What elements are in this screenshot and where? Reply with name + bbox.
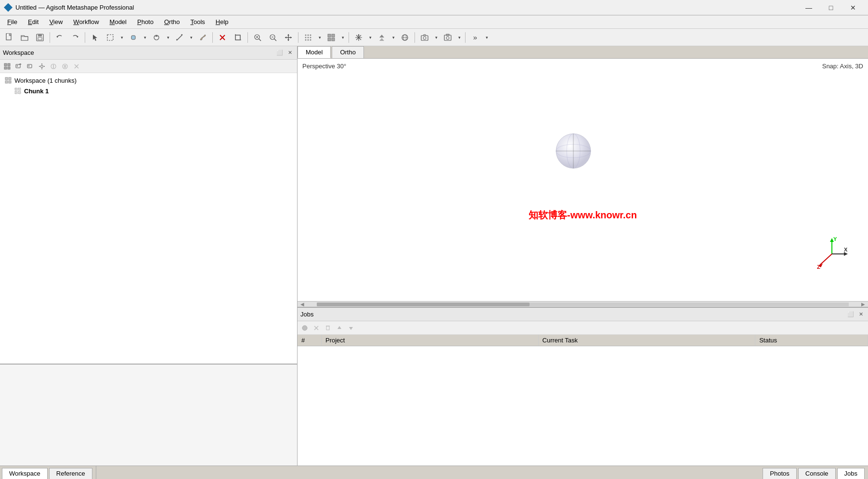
menu-view[interactable]: View: [44, 16, 68, 27]
menu-workflow[interactable]: Workflow: [68, 16, 104, 27]
toolbar: ▾ ▾ ▾ ▾ ▾: [0, 29, 868, 46]
photo-button[interactable]: [440, 31, 455, 44]
viewport-scrollbar[interactable]: ◀ ▶: [298, 301, 868, 307]
scrollbar-track[interactable]: [317, 303, 849, 306]
svg-marker-27: [287, 39, 289, 41]
crop-button[interactable]: [231, 31, 245, 44]
chunk-item[interactable]: Chunk 1: [0, 86, 297, 96]
rect-select-button[interactable]: [103, 31, 117, 44]
grid-view-dropdown[interactable]: ▾: [339, 31, 346, 44]
zoom-fit-button[interactable]: [250, 31, 265, 44]
svg-rect-77: [5, 81, 8, 83]
app-icon: [4, 3, 13, 12]
new-button[interactable]: [2, 31, 16, 44]
rotate-dropdown[interactable]: ▾: [165, 31, 171, 44]
open-button[interactable]: [17, 31, 32, 44]
workspace-header: Workspace ⬜ ✕: [0, 46, 297, 60]
ws-delete-button[interactable]: [71, 61, 82, 72]
select-pointer-button[interactable]: [88, 31, 102, 44]
chunk-icon: [13, 87, 22, 95]
svg-rect-8: [131, 36, 135, 39]
ws-settings-button[interactable]: [37, 61, 47, 72]
svg-marker-29: [290, 37, 292, 38]
pan-button[interactable]: [281, 31, 296, 44]
camera-view-button[interactable]: [417, 31, 432, 44]
maximize-button[interactable]: □: [820, 0, 842, 15]
svg-rect-66: [39, 66, 40, 67]
ws-add-photos-button[interactable]: [13, 61, 24, 72]
menu-photo[interactable]: Photo: [132, 16, 159, 27]
menu-file[interactable]: File: [2, 16, 23, 27]
tab-jobs[interactable]: Jobs: [837, 468, 865, 479]
jobs-close-button[interactable]: ✕: [856, 310, 865, 319]
tab-photos[interactable]: Photos: [763, 468, 796, 479]
zoom-out-button[interactable]: [266, 31, 280, 44]
transform-up-button[interactable]: [375, 31, 389, 44]
workspace-root-item[interactable]: Workspace (1 chunks): [0, 75, 297, 86]
menu-tools[interactable]: Tools: [185, 16, 210, 27]
jobs-delete-button[interactable]: [323, 323, 333, 333]
region-move-dropdown[interactable]: ▾: [367, 31, 374, 44]
more-button[interactable]: »: [468, 31, 482, 44]
tab-workspace[interactable]: Workspace: [2, 468, 48, 479]
camera-dropdown[interactable]: ▾: [433, 31, 440, 44]
menu-edit[interactable]: Edit: [23, 16, 44, 27]
toolbar-separator-6: [349, 32, 349, 43]
svg-point-37: [308, 39, 309, 40]
svg-marker-26: [287, 34, 289, 36]
redo-button[interactable]: [68, 31, 82, 44]
svg-line-11: [177, 35, 182, 40]
photo-dropdown[interactable]: ▾: [456, 31, 463, 44]
workspace-close-button[interactable]: ✕: [285, 49, 294, 57]
jobs-cancel-button[interactable]: [311, 323, 322, 333]
viewport[interactable]: Perspective 30° Snap: Axis, 3D 知软博客-www.…: [298, 59, 868, 301]
region-move-button[interactable]: [351, 31, 366, 44]
tab-model[interactable]: Model: [298, 46, 331, 58]
transform-dropdown[interactable]: ▾: [390, 31, 397, 44]
close-button[interactable]: ✕: [842, 0, 864, 15]
move-button[interactable]: [126, 31, 141, 44]
menu-help[interactable]: Help: [210, 16, 234, 27]
minimize-button[interactable]: —: [798, 0, 820, 15]
svg-marker-102: [337, 326, 341, 329]
move-dropdown[interactable]: ▾: [142, 31, 148, 44]
svg-point-34: [308, 37, 309, 38]
jobs-up-button[interactable]: [334, 323, 345, 333]
cancel-button[interactable]: [215, 31, 230, 44]
point-view-dropdown[interactable]: ▾: [316, 31, 323, 44]
svg-point-33: [305, 37, 307, 38]
wireframe-button[interactable]: [398, 31, 412, 44]
perspective-label: Perspective 30°: [302, 63, 346, 70]
tab-reference[interactable]: Reference: [49, 468, 92, 479]
paint-button[interactable]: [195, 31, 210, 44]
grid-view-button[interactable]: [324, 31, 338, 44]
jobs-maximize-button[interactable]: ⬜: [846, 310, 855, 319]
workspace-panel-controls: ⬜ ✕: [275, 49, 294, 57]
svg-marker-44: [379, 35, 384, 38]
ws-remove-button[interactable]: [25, 61, 36, 72]
rotate-button[interactable]: [149, 31, 164, 44]
ws-stop-button[interactable]: [48, 61, 59, 72]
left-panel: Workspace ⬜ ✕: [0, 46, 298, 466]
ws-pause-button[interactable]: [60, 61, 70, 72]
menu-model[interactable]: Model: [104, 16, 132, 27]
save-button[interactable]: [33, 31, 47, 44]
svg-rect-56: [4, 67, 7, 69]
measure-dropdown[interactable]: ▾: [188, 31, 194, 44]
svg-rect-57: [8, 67, 10, 69]
workspace-maximize-button[interactable]: ⬜: [275, 49, 284, 57]
tab-ortho[interactable]: Ortho: [332, 46, 364, 58]
jobs-table: # Project Current Task Status: [298, 335, 868, 466]
window-controls: — □ ✕: [798, 0, 864, 15]
ws-add-chunk-button[interactable]: [2, 61, 13, 72]
undo-button[interactable]: [52, 31, 67, 44]
jobs-down-button[interactable]: [346, 323, 356, 333]
menu-ortho[interactable]: Ortho: [159, 16, 185, 27]
tab-console[interactable]: Console: [798, 468, 836, 479]
measure-button[interactable]: [172, 31, 187, 44]
point-view-button[interactable]: [301, 31, 315, 44]
more-dropdown[interactable]: ▾: [483, 31, 490, 44]
rect-select-dropdown[interactable]: ▾: [118, 31, 125, 44]
toolbar-separator-4: [247, 32, 248, 43]
jobs-stop-button[interactable]: [299, 323, 310, 333]
